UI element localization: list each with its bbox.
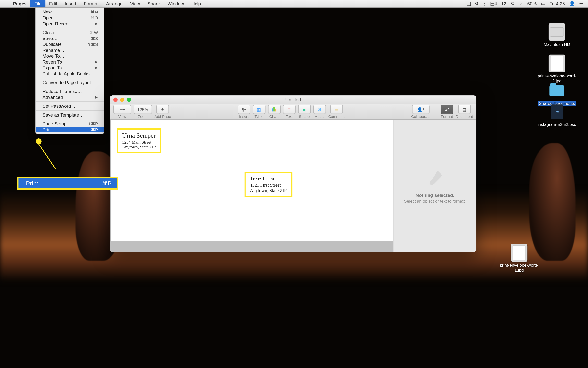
menu-window[interactable]: Window (164, 0, 188, 7)
file-menu-item[interactable]: Save as Template… (36, 110, 104, 118)
to-name: Trenz Pruca (250, 176, 287, 182)
desktop-icon-file[interactable]: print-envelope-word-2.jpg (538, 55, 576, 84)
desktop-icon-file[interactable]: print-envelope-word-1.jpg (500, 244, 539, 273)
battery-percent[interactable]: 60% (525, 1, 539, 6)
desktop-icon-psd[interactable]: Ps instagram-52-52.psd (538, 103, 576, 127)
battery-icon[interactable]: ▭ (539, 1, 547, 6)
titlebar[interactable]: Untitled (110, 95, 476, 104)
menu-help[interactable]: Help (188, 0, 205, 7)
user-icon[interactable]: 👤 (567, 1, 577, 6)
page-gap (111, 241, 393, 252)
tile-icon[interactable]: ▤4 (488, 1, 499, 6)
file-menu-dropdown: New…⌘NOpen…⌘OOpen Recent▶Close⌘WSave…⌘SD… (35, 8, 104, 134)
file-menu-item[interactable]: New…⌘N (36, 9, 104, 15)
menu-insert[interactable]: Insert (61, 0, 80, 7)
clock[interactable]: Fri 4:28 (547, 1, 567, 6)
view-label: View (118, 114, 126, 118)
file-menu-item[interactable]: Page Setup…⇧⌘P (36, 119, 104, 127)
menu-format[interactable]: Format (80, 0, 102, 7)
file-menu-item[interactable]: Rename… (36, 47, 104, 53)
toolbar: ☰▾View 125%Zoom ＋Add Page ¶▾Insert ▦Tabl… (110, 104, 476, 120)
sync-icon[interactable]: ⟳ (473, 1, 481, 6)
pages-window: Untitled ☰▾View 125%Zoom ＋Add Page ¶▾Ins… (110, 95, 476, 252)
folder-icon (549, 82, 565, 100)
add-page-label: Add Page (154, 114, 171, 118)
media-button[interactable]: 🖼 (313, 105, 326, 114)
app-name[interactable]: Pages (9, 0, 30, 7)
menu-share[interactable]: Share (144, 0, 164, 7)
document-canvas[interactable]: Urna Semper 1234 Main Street Anytown, St… (110, 120, 393, 252)
chart-button[interactable] (268, 105, 280, 114)
add-page-button[interactable]: ＋ (156, 105, 169, 114)
table-button[interactable]: ▦ (253, 105, 265, 114)
file-menu-item[interactable]: Publish to Apple Books… (36, 71, 104, 77)
brush-icon (425, 168, 445, 188)
menu-file[interactable]: File (30, 0, 45, 7)
jpg-icon (511, 244, 528, 262)
file-menu-item[interactable]: Open Recent▶ (36, 21, 104, 26)
shape-button[interactable]: ■ (298, 105, 310, 114)
insert-button[interactable]: ¶▾ (237, 105, 250, 114)
file-menu-item[interactable]: Revert To▶ (36, 59, 104, 65)
file-menu-item[interactable]: Convert to Page Layout (36, 78, 104, 85)
jpg-icon (549, 55, 565, 72)
bg-rock (529, 143, 576, 261)
return-line1: 1234 Main Street (122, 140, 156, 144)
bluetooth-icon[interactable]: ᛒ (481, 1, 488, 6)
to-address-box[interactable]: Trenz Pruca 4321 First Street Anytown, S… (245, 172, 292, 197)
collaborate-button[interactable]: 👤⁺ (412, 105, 430, 114)
zoom-button[interactable]: 125% (134, 105, 152, 114)
file-menu-item[interactable]: Move To… (36, 53, 104, 59)
envelope-page[interactable]: Urna Semper 1234 Main Street Anytown, St… (111, 120, 393, 241)
callout-shortcut: ⌘P (102, 180, 112, 187)
comment-button[interactable]: ▭ (330, 105, 343, 114)
callout-marker (36, 138, 42, 144)
return-name: Urna Semper (122, 132, 156, 139)
window-title: Untitled (285, 97, 301, 102)
file-menu-item[interactable]: Advanced▶ (36, 94, 104, 100)
menubar: Pages File Edit Insert Format Arrange Vi… (0, 0, 588, 8)
inspector-msg2: Select an object or text to format. (404, 199, 466, 204)
maximize-button[interactable] (127, 98, 131, 102)
callout-print: Print… ⌘P (17, 177, 118, 190)
desktop-icon-hd[interactable]: Macintosh HD (538, 23, 576, 47)
return-line2: Anytown, State ZIP (122, 145, 156, 149)
desktop-icon-folder[interactable]: Shared Documents (538, 82, 576, 106)
close-button[interactable] (113, 98, 118, 102)
text-button[interactable]: T (283, 105, 295, 114)
menu-view[interactable]: View (126, 0, 144, 7)
menu-edit[interactable]: Edit (45, 0, 61, 7)
callout-label: Print… (26, 180, 44, 187)
psd-icon: Ps (549, 103, 565, 121)
format-inspector: Nothing selected. Select an object or te… (393, 120, 476, 252)
window-controls (113, 98, 131, 102)
file-menu-item[interactable]: Save…⌘S (36, 35, 104, 41)
format-button[interactable]: 🖌 (441, 105, 453, 114)
minimize-button[interactable] (120, 98, 124, 102)
to-line2: Anytown, State ZIP (250, 188, 287, 193)
file-menu-item[interactable]: Print…⌘P (36, 127, 104, 132)
hd-icon (549, 23, 565, 41)
view-button[interactable]: ☰▾ (113, 105, 131, 114)
inspector-msg1: Nothing selected. (416, 193, 454, 198)
dropbox-icon[interactable]: ⬚ (465, 1, 473, 6)
wifi-icon[interactable]: ᯤ (516, 1, 525, 6)
file-menu-item[interactable]: Duplicate⇧⌘S (36, 41, 104, 47)
menu-arrange[interactable]: Arrange (102, 0, 126, 7)
file-menu-item[interactable]: Close⌘W (36, 28, 104, 35)
file-menu-item[interactable]: Set Password… (36, 101, 104, 109)
return-address-box[interactable]: Urna Semper 1234 Main Street Anytown, St… (117, 128, 161, 153)
to-line1: 4321 First Street (250, 183, 287, 188)
menu-extras-icon[interactable]: ☰ (577, 1, 585, 6)
zoom-label: Zoom (138, 114, 147, 118)
calendar-icon[interactable]: 12 (499, 1, 508, 6)
timemachine-icon[interactable]: ↻ (508, 1, 516, 6)
document-button[interactable]: ▤ (458, 105, 470, 114)
file-menu-item[interactable]: Reduce File Size… (36, 87, 104, 94)
file-menu-item[interactable]: Open…⌘O (36, 15, 104, 21)
file-menu-item[interactable]: Export To▶ (36, 65, 104, 71)
